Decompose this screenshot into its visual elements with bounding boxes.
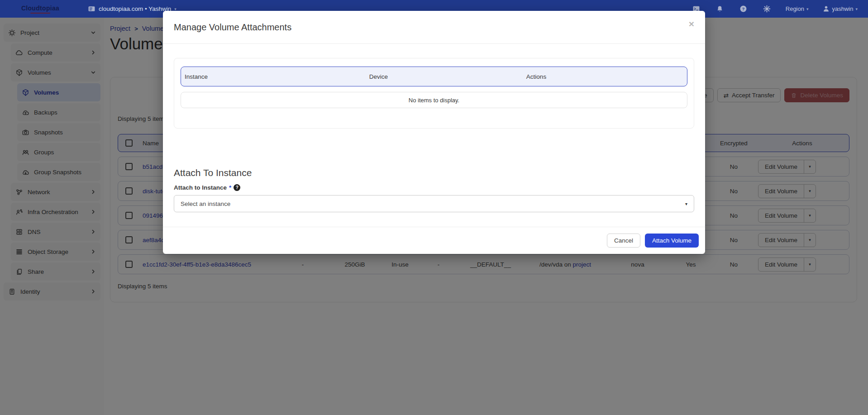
modal-footer: Cancel Attach Volume [163,227,705,254]
notifications-button[interactable] [708,5,732,13]
settings-button[interactable] [755,5,779,13]
help-button[interactable]: ? [732,5,755,13]
help-circle-icon: ? [739,5,747,13]
attach-section-title: Attach To Instance [174,167,694,178]
chevron-down-icon: ▾ [174,7,176,11]
chevron-down-icon: ▾ [806,7,809,11]
header-actions: Actions [526,73,683,80]
region-dropdown[interactable]: Region ▾ [786,5,809,12]
attach-volume-button[interactable]: Attach Volume [645,234,699,248]
person-icon [822,5,830,13]
region-label: Region [786,5,804,12]
manage-attachments-modal: Manage Volume Attachments × Instance Dev… [163,11,705,254]
cancel-button[interactable]: Cancel [607,234,640,248]
navbar-actions: ? Region ▾ yashwin ▾ [685,5,868,13]
modal-header: Manage Volume Attachments × [163,11,705,44]
gear-icon [763,5,771,13]
user-dropdown[interactable]: yashwin ▾ [822,5,858,13]
chevron-down-icon: ▾ [685,201,687,206]
header-instance: Instance [185,73,369,80]
domain-card-icon [88,5,95,13]
help-circle-icon[interactable]: ? [234,184,240,191]
instance-select-value: Select an instance [181,200,230,207]
required-asterisk: * [229,184,231,191]
user-label: yashwin [832,5,854,12]
header-device: Device [369,73,526,80]
close-icon[interactable]: × [689,19,694,29]
brand-logo[interactable]: Cloudtopiaa [0,5,81,14]
attachments-table-container: Instance Device Actions No items to disp… [174,58,694,129]
domain-switcher-label: cloudtopiaa.com • Yashwin [99,5,171,12]
svg-text:?: ? [742,6,745,11]
attachments-empty-row: No items to display. [181,92,687,108]
modal-title: Manage Volume Attachments [174,22,291,33]
bell-icon [716,5,724,13]
attachments-table-header: Instance Device Actions [181,67,687,86]
brand-tagline [30,13,50,14]
chevron-down-icon: ▾ [855,7,858,11]
attach-field-label: Attach to Instance * ? [174,184,694,191]
instance-select[interactable]: Select an instance ▾ [174,195,694,212]
brand-name: Cloudtopiaa [0,5,81,12]
modal-body: Instance Device Actions No items to disp… [163,58,705,212]
